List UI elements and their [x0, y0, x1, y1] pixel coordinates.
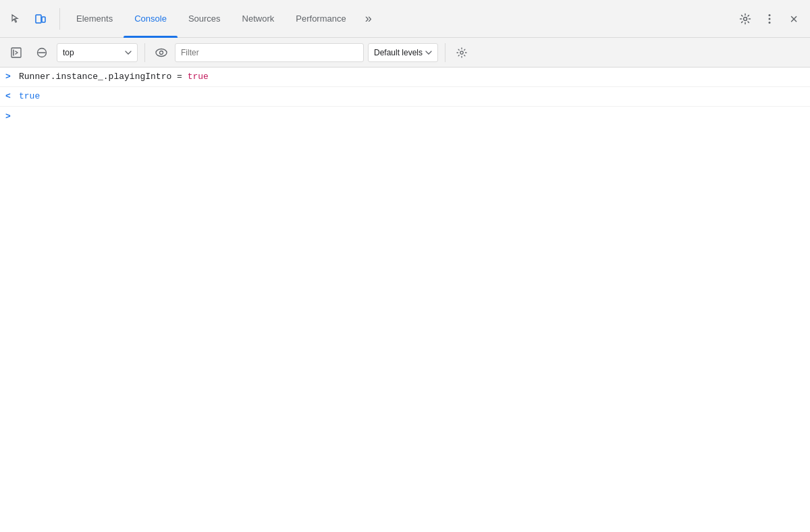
console-toolbar: top Default levels — [0, 38, 810, 68]
toolbar-separator-1 — [144, 43, 145, 62]
toolbar-separator-2 — [445, 43, 446, 62]
svg-point-2 — [744, 17, 747, 20]
console-output-value-1: true — [19, 90, 805, 103]
console-code-1: Runner.instance_.playingIntro = true — [19, 70, 805, 84]
svg-point-11 — [460, 51, 463, 53]
more-tabs-button[interactable]: » — [357, 0, 380, 38]
more-options-button[interactable] — [759, 8, 780, 30]
tab-console[interactable]: Console — [124, 0, 178, 38]
toolbar-right-icons: × — [734, 8, 805, 30]
tab-list: Elements Console Sources Network Perform… — [65, 0, 732, 37]
tab-network[interactable]: Network — [232, 0, 286, 38]
console-output-line-1: < true — [0, 87, 810, 107]
console-prompt-arrow: > — [5, 111, 19, 122]
console-settings-button[interactable] — [452, 43, 471, 62]
filter-input[interactable] — [175, 43, 364, 62]
execute-script-button[interactable] — [5, 42, 27, 63]
console-area: > Runner.instance_.playingIntro = true <… — [0, 68, 810, 532]
svg-point-3 — [769, 14, 771, 16]
console-input-line-1: > Runner.instance_.playingIntro = true — [0, 68, 810, 87]
top-toolbar: Elements Console Sources Network Perform… — [0, 0, 810, 38]
settings-button[interactable] — [734, 8, 756, 30]
frame-selector[interactable]: top — [57, 43, 138, 62]
svg-point-4 — [769, 18, 771, 20]
svg-rect-6 — [11, 48, 21, 57]
tab-performance[interactable]: Performance — [285, 0, 356, 38]
svg-point-9 — [156, 49, 167, 56]
output-arrow-1[interactable]: < — [5, 90, 19, 101]
clear-console-button[interactable] — [31, 42, 53, 63]
svg-point-10 — [160, 51, 163, 54]
svg-rect-0 — [36, 15, 41, 23]
device-toolbar-button[interactable] — [30, 8, 51, 30]
input-arrow-1[interactable]: > — [5, 70, 19, 82]
live-expressions-button[interactable] — [152, 43, 171, 62]
console-prompt-line[interactable]: > — [0, 107, 810, 126]
devtools-mode-icons — [5, 8, 60, 30]
close-button[interactable]: × — [783, 8, 805, 30]
code-keyword-1: true — [188, 72, 209, 82]
code-plain-1: Runner.instance_.playingIntro = — [19, 72, 188, 82]
svg-point-5 — [769, 22, 771, 24]
tab-sources[interactable]: Sources — [178, 0, 232, 38]
log-levels-selector[interactable]: Default levels — [368, 43, 438, 62]
svg-rect-1 — [42, 17, 45, 22]
output-value-1: true — [19, 91, 40, 101]
inspect-element-button[interactable] — [5, 8, 27, 30]
tab-elements[interactable]: Elements — [65, 0, 124, 38]
